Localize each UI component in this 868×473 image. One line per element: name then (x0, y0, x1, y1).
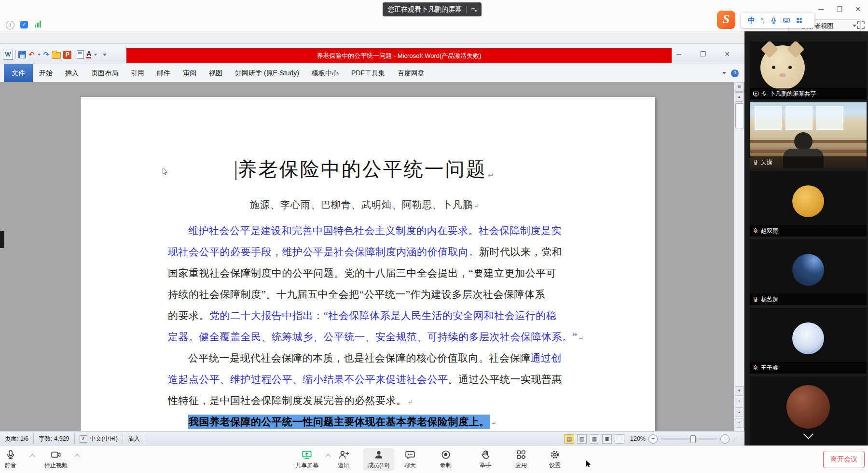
word-app-icon[interactable]: W (3, 50, 13, 60)
status-word-count[interactable]: 字数: 4,929 (34, 434, 74, 444)
apps-button[interactable]: 应用 (515, 449, 527, 470)
zoom-level[interactable]: 120% (630, 435, 646, 442)
network-signal-icon[interactable] (35, 21, 41, 28)
text-caret (235, 161, 236, 180)
chat-button[interactable]: 聊天 (404, 449, 416, 470)
tab-baidu-netdisk[interactable]: 百度网盘 (391, 64, 431, 82)
ribbon-collapse-icon[interactable] (722, 72, 726, 74)
paragraph-mark: ↵ (408, 398, 413, 405)
ime-toolbox-icon[interactable] (796, 17, 803, 24)
invite-button[interactable]: 邀请 (338, 449, 349, 470)
sogou-ime-logo-icon[interactable]: S (717, 11, 735, 29)
ruler-toggle-icon[interactable]: ▦ (735, 82, 744, 92)
participant-tile-partial[interactable] (750, 376, 867, 445)
security-shield-icon[interactable]: ✓ (20, 21, 28, 28)
document-page[interactable]: 养老保险中的公平统一问题 ↵ 施源、李心雨、巴柳青、武明灿、阿勒思、卜凡鹏↵ 维… (81, 97, 655, 431)
word-minimize-icon[interactable]: ─ (675, 50, 683, 58)
zoom-slider[interactable] (661, 438, 717, 440)
font-color-button[interactable]: A (86, 51, 91, 58)
share-options-chevron-icon[interactable] (325, 454, 331, 459)
powerpoint-icon[interactable]: P (63, 51, 71, 59)
mute-options-chevron-icon[interactable] (29, 454, 35, 459)
quick-access-toolbar[interactable]: W ↶ ↷ P A (3, 48, 107, 61)
participant-tile[interactable]: 赵双雨 (750, 171, 867, 236)
scrollbar-thumb[interactable] (735, 103, 744, 128)
scroll-up-icon[interactable]: ▲ (735, 92, 744, 102)
participant-tile[interactable]: 王子睿 (750, 308, 867, 374)
status-page-number[interactable]: 页面: 1/6 (0, 434, 34, 444)
undo-button[interactable]: ↶ (28, 50, 35, 59)
previous-page-icon[interactable]: ˄ (735, 397, 744, 406)
participant-name: 赵双雨 (761, 227, 778, 235)
help-icon[interactable]: ? (731, 70, 739, 77)
tab-references[interactable]: 引用 (124, 64, 151, 82)
tab-mailings[interactable]: 邮件 (151, 64, 177, 82)
scroll-more-participants-icon[interactable] (803, 429, 813, 439)
ime-voice-icon[interactable] (770, 17, 777, 24)
zoom-out-icon[interactable]: − (648, 434, 658, 444)
status-language[interactable]: ✗ 中文(中国) (75, 434, 123, 444)
minimize-window-icon[interactable]: ─ (817, 5, 826, 14)
record-button[interactable]: 录制 (440, 449, 452, 470)
scroll-down-icon[interactable]: ▼ (735, 386, 744, 396)
ime-keyboard-icon[interactable] (783, 16, 790, 24)
status-insert-mode[interactable]: 插入 (123, 434, 145, 444)
outline-view-icon[interactable]: ≣ (602, 434, 612, 444)
banner-menu-icon[interactable]: ≡▾ (471, 6, 477, 13)
leave-meeting-button[interactable]: 离开会议 (823, 451, 865, 468)
redo-button[interactable]: ↷ (43, 50, 50, 59)
zoom-in-icon[interactable]: + (720, 434, 730, 444)
font-color-dropdown-icon[interactable] (94, 54, 97, 56)
participant-tile-video[interactable]: 吴潇 (750, 102, 867, 168)
text-run: 造起点公平、维护过程公平、缩小结果不公平来促进社会公平 (168, 374, 448, 385)
fullscreen-icon[interactable] (856, 20, 866, 30)
document-window-title: 养老保险中的公平统一问题 - Microsoft Word(产品激活失败) (317, 52, 481, 60)
word-close-icon[interactable]: ✕ (723, 50, 731, 58)
video-options-chevron-icon[interactable] (74, 454, 80, 459)
share-screen-button[interactable]: 共享屏幕 (295, 449, 318, 470)
word-maximize-icon[interactable]: ❐ (699, 50, 707, 58)
tab-home[interactable]: 开始 (33, 64, 59, 82)
zoom-slider-thumb[interactable] (690, 435, 696, 443)
mute-button[interactable]: 静音 (5, 449, 16, 470)
tab-file[interactable]: 文件 (4, 64, 33, 82)
raise-hand-button[interactable]: 举手 (480, 449, 491, 470)
open-button[interactable] (52, 52, 61, 59)
doc-line: 性特征，是中国社会保障制度发展完善的必然要求。↵ (168, 390, 564, 411)
members-button[interactable]: 成员(19) (363, 448, 394, 471)
paste-button[interactable] (77, 50, 84, 59)
maximize-window-icon[interactable]: ❐ (835, 5, 844, 14)
tab-view[interactable]: 视图 (203, 64, 229, 82)
ribbon-tab-bar: 文件 开始 插入 页面布局 引用 邮件 审阅 视图 知网研学 (原E-Study… (0, 64, 744, 83)
meeting-info-icon[interactable]: i (6, 21, 14, 29)
sogou-ime-bar[interactable]: 中 °, (741, 13, 814, 28)
tab-insert[interactable]: 插入 (59, 64, 85, 82)
tab-cnki-estudy[interactable]: 知网研学 (原E-Study) (229, 64, 305, 82)
draft-view-icon[interactable]: ≡ (615, 434, 624, 444)
tab-template-center[interactable]: 模板中心 (305, 64, 345, 82)
participant-name: 杨艺超 (761, 295, 778, 304)
qat-overflow-icon[interactable] (103, 54, 107, 56)
text-run: 定器。健全覆盖全民、统筹城乡、公平统一、安全规范、可持续的多层次社会保障体系。” (168, 331, 577, 343)
participant-tile[interactable]: 杨艺超 (750, 239, 867, 305)
save-button[interactable] (18, 51, 26, 58)
settings-button[interactable]: 设置 (549, 449, 561, 470)
undo-dropdown-icon[interactable] (37, 54, 40, 56)
tab-review[interactable]: 审阅 (177, 64, 203, 82)
side-panel-handle[interactable] (0, 231, 4, 248)
participant-tile-screen-share[interactable]: 卜凡鹏的屏幕共享 (750, 42, 867, 99)
word-vertical-scrollbar[interactable]: ▦ ▲ ▼ ˄ ● ˅ (734, 82, 744, 431)
tab-page-layout[interactable]: 页面布局 (85, 64, 124, 82)
ime-language-toggle[interactable]: 中 (748, 16, 755, 25)
tab-pdf-tools[interactable]: PDF工具集 (345, 64, 391, 82)
print-layout-view-icon[interactable]: ▤ (565, 434, 574, 444)
reading-view-icon[interactable]: ▥ (577, 434, 587, 444)
text-run: 国家重视社会保障制度中的公平问题。党的十八届三中全会提出，“要建立更加公平可 (168, 267, 556, 279)
select-browse-object-icon[interactable]: ● (735, 407, 744, 417)
ime-punctuation-toggle[interactable]: °, (760, 17, 765, 24)
next-page-icon[interactable]: ˅ (735, 418, 744, 428)
web-layout-view-icon[interactable]: ▦ (590, 434, 599, 444)
stop-video-button[interactable]: 停止视频 (44, 449, 68, 470)
participants-panel: 卜凡鹏的屏幕共享 吴潇 赵双雨 杨艺超 (744, 31, 868, 445)
close-window-icon[interactable]: ✕ (854, 5, 862, 14)
